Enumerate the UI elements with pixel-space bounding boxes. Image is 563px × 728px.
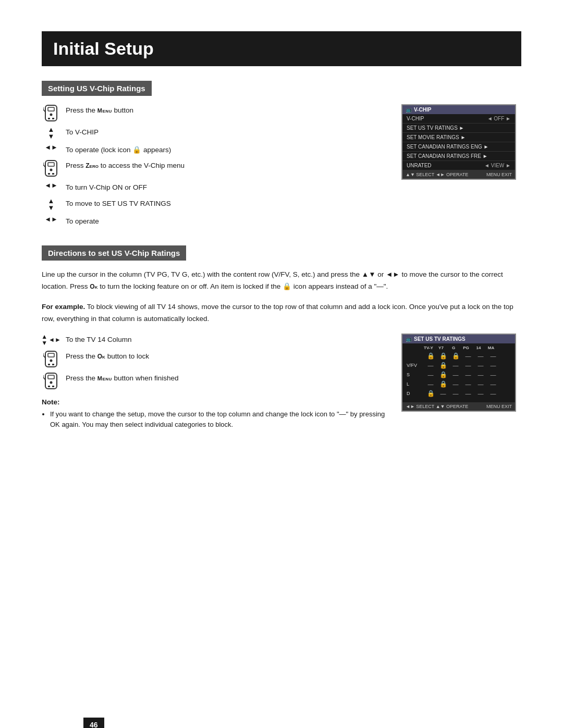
directions-left: ▲ ▼ ◄ ► To the TV 14 Column (42, 334, 386, 433)
updown-icon-1: ▲ ▼ (42, 126, 60, 140)
instruction-row-5: ◄ ► To turn V-Chip ON or OFF (42, 181, 386, 193)
tv-screen-row-vchip: V-CHIP ◄ OFF ► (402, 114, 515, 124)
instruction-text-2: To V-CHIP (66, 126, 386, 138)
instruction-row-6: ▲ ▼ To move to SET US TV RATINGS (42, 198, 386, 211)
svg-point-16 (50, 359, 53, 362)
remote-icon-d3 (42, 372, 60, 390)
remote-icon-1 (42, 104, 60, 122)
directions-para1: Line up the cursor in the column (TV PG,… (42, 269, 521, 293)
section1-instructions: Press the Menu button ▲ ▼ To V-CHIP (42, 104, 386, 231)
svg-point-9 (50, 169, 53, 171)
instruction-row-3: ◄ ► To operate (lock icon 🔒 appears) (42, 144, 386, 155)
tv-screen-header: 📺 V-CHIP (402, 105, 515, 114)
leftright-icon-3: ◄ ► (42, 215, 60, 223)
tv-screen-row-ustv: SET US TV RATINGS ► (402, 124, 515, 133)
page-title: Initial Setup (42, 31, 521, 66)
section2-header: Directions to set US V-Chip Ratings (42, 245, 186, 261)
instruction-row-d1: ▲ ▼ ◄ ► To the TV 14 Column (42, 334, 386, 346)
svg-rect-24 (48, 386, 50, 387)
section-directions: Directions to set US V-Chip Ratings Line… (42, 245, 521, 433)
instruction-text-3: To operate (lock icon 🔒 appears) (66, 144, 386, 155)
combo-arrows-icon: ▲ ▼ ◄ ► (42, 334, 60, 346)
svg-rect-10 (48, 173, 50, 175)
instruction-text-d1: To the TV 14 Column (66, 334, 386, 345)
directions-para2: For example. To block viewing of all TV … (42, 301, 521, 325)
svg-rect-25 (52, 386, 54, 387)
instruction-text-1: Press the Menu button (66, 104, 386, 116)
tv-screen-row-unrated: UNRATED ◄ VIEW ► (402, 161, 515, 170)
instruction-text-7: To operate (66, 215, 386, 227)
instruction-row-2: ▲ ▼ To V-CHIP (42, 126, 386, 140)
instruction-row-d2: Press the Ok button to lock (42, 350, 386, 368)
leftright-icon-1: ◄ ► (42, 144, 60, 151)
svg-point-2 (50, 114, 53, 116)
tv-ratings-footer: ◄► SELECT ▲▼ OPERATE MENU EXIT (402, 402, 515, 411)
instruction-row-7: ◄ ► To operate (42, 215, 386, 227)
svg-rect-11 (52, 173, 54, 175)
svg-rect-4 (52, 118, 54, 119)
svg-rect-15 (48, 353, 54, 357)
remote-icon-d2 (42, 350, 60, 368)
section1-tv-screen: 📺 V-CHIP V-CHIP ◄ OFF ► SET US TV RATING… (401, 104, 521, 180)
tv-screen-row-can-fre: SET CANADIAN RATINGS FRE ► (402, 152, 515, 161)
svg-rect-22 (48, 375, 54, 379)
svg-rect-18 (52, 364, 54, 365)
instruction-text-d3: Press the Menu button when finished (66, 372, 386, 384)
tv-screen-row-movie: SET MOVIE RATINGS ► (402, 133, 515, 142)
svg-point-23 (50, 381, 53, 384)
instruction-text-d2: Press the Ok button to lock (66, 350, 386, 362)
updown-icon-2: ▲ ▼ (42, 198, 60, 211)
instruction-row-d3: Press the Menu button when finished (42, 372, 386, 390)
instruction-text-4: Press Zero to access the V-Chip menu (66, 159, 386, 171)
svg-rect-1 (48, 107, 54, 111)
tv-ratings-header: 📺 SET US TV RATINGS (402, 335, 515, 343)
leftright-icon-2: ◄ ► (42, 181, 60, 189)
svg-rect-17 (48, 364, 50, 365)
tv-screen-footer: ▲▼ SELECT ◄► OPERATE MENU EXIT (402, 170, 515, 179)
instruction-row-1: Press the Menu button (42, 104, 386, 122)
instruction-row-4: Press Zero to access the V-Chip menu (42, 159, 386, 177)
tv-screen-row-can-eng: SET CANADIAN RATINGS ENG ► (402, 142, 515, 152)
tv-ratings-screen-container: 📺 SET US TV RATINGS TV-Y Y7 G PG 14 MA (401, 334, 521, 412)
note-title: Note: (42, 398, 386, 406)
section1-header: Setting US V-Chip Ratings (42, 81, 152, 96)
svg-rect-8 (48, 163, 54, 166)
section-vchip-ratings: Setting US V-Chip Ratings (42, 81, 521, 231)
note-list: If you want to change the setup, move th… (42, 409, 386, 431)
note-section: Note: If you want to change the setup, m… (42, 398, 386, 431)
instruction-text-6: To move to SET US TV RATINGS (66, 198, 386, 209)
note-item-1: If you want to change the setup, move th… (50, 409, 386, 431)
remote-icon-2 (42, 159, 60, 177)
svg-rect-3 (48, 118, 50, 119)
page-number: 46 (83, 718, 104, 728)
instruction-text-5: To turn V-Chip ON or OFF (66, 181, 386, 193)
